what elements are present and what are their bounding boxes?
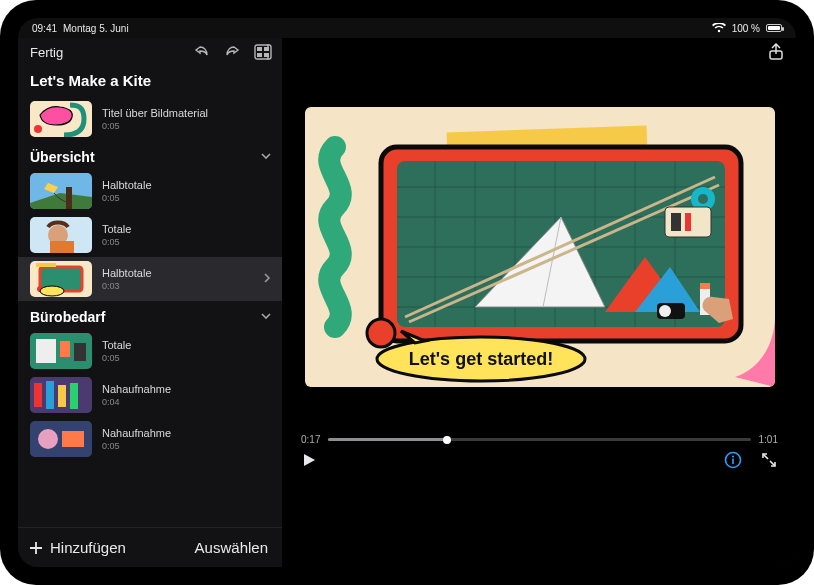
clip-item[interactable]: Totale 0:05 xyxy=(18,213,282,257)
clip-thumb xyxy=(30,101,92,137)
battery-icon xyxy=(766,24,782,32)
clip-label: Totale xyxy=(102,223,131,236)
section-header-buerobedarf[interactable]: Bürobedarf xyxy=(18,301,282,329)
svg-rect-13 xyxy=(50,241,74,253)
svg-rect-30 xyxy=(62,431,84,447)
chevron-down-icon xyxy=(260,309,272,325)
clip-thumb xyxy=(30,421,92,457)
wifi-icon xyxy=(712,23,726,33)
time-current: 0:17 xyxy=(301,434,320,445)
clip-label: Nahaufnahme xyxy=(102,427,171,440)
chevron-down-icon xyxy=(260,149,272,165)
clip-item[interactable]: Nahaufnahme 0:04 xyxy=(18,373,282,417)
svg-rect-16 xyxy=(36,263,56,267)
clip-thumb xyxy=(30,333,92,369)
clip-duration: 0:05 xyxy=(102,441,171,451)
svg-rect-4 xyxy=(264,53,269,57)
project-title: Let's Make a Kite xyxy=(18,66,282,97)
clip-thumb xyxy=(30,261,92,297)
chevron-right-icon xyxy=(262,270,272,288)
svg-rect-3 xyxy=(257,53,262,57)
select-button[interactable]: Auswählen xyxy=(195,539,268,556)
clip-item[interactable]: Totale 0:05 xyxy=(18,329,282,373)
svg-point-6 xyxy=(34,125,42,133)
time-total: 1:01 xyxy=(759,434,778,445)
svg-marker-67 xyxy=(304,454,315,466)
info-icon[interactable] xyxy=(724,451,742,469)
clip-label: Halbtotale xyxy=(102,267,152,280)
clip-label: Halbtotale xyxy=(102,179,152,192)
svg-rect-27 xyxy=(70,383,78,409)
svg-rect-25 xyxy=(46,381,54,409)
svg-point-29 xyxy=(38,429,58,449)
clip-item[interactable]: Nahaufnahme 0:05 xyxy=(18,417,282,461)
redo-icon[interactable] xyxy=(224,44,240,61)
preview-pane: Let's get started! 0:17 xyxy=(283,38,796,567)
clip-duration: 0:05 xyxy=(102,121,208,131)
svg-rect-58 xyxy=(685,213,691,231)
add-button[interactable]: Hinzufügen xyxy=(28,539,126,556)
svg-rect-24 xyxy=(34,383,42,407)
clip-duration: 0:05 xyxy=(102,237,131,247)
svg-rect-22 xyxy=(74,343,86,361)
clip-duration: 0:03 xyxy=(102,281,152,291)
svg-rect-20 xyxy=(36,339,56,363)
clip-duration: 0:05 xyxy=(102,353,131,363)
svg-rect-10 xyxy=(66,187,72,209)
svg-point-18 xyxy=(40,286,64,296)
player-controls: 0:17 1:01 xyxy=(283,428,796,477)
clip-item-selected[interactable]: Halbtotale 0:03 xyxy=(18,257,282,301)
clip-label: Nahaufnahme xyxy=(102,383,171,396)
storyboard-icon[interactable] xyxy=(254,44,272,60)
section-header-uebersicht[interactable]: Übersicht xyxy=(18,141,282,169)
clip-duration: 0:04 xyxy=(102,397,171,407)
done-button[interactable]: Fertig xyxy=(30,45,63,60)
svg-text:Let's get started!: Let's get started! xyxy=(408,349,552,369)
plus-icon xyxy=(28,540,44,556)
share-icon[interactable] xyxy=(768,43,784,61)
clip-item-title[interactable]: Titel über Bildmaterial 0:05 xyxy=(18,97,282,141)
clip-label: Totale xyxy=(102,339,131,352)
svg-point-62 xyxy=(659,305,671,317)
play-icon[interactable] xyxy=(301,452,317,468)
svg-point-55 xyxy=(698,194,708,204)
undo-icon[interactable] xyxy=(194,44,210,61)
svg-rect-57 xyxy=(671,213,681,231)
clip-item[interactable]: Halbtotale 0:05 xyxy=(18,169,282,213)
svg-rect-1 xyxy=(257,47,262,51)
clip-duration: 0:05 xyxy=(102,193,152,203)
fullscreen-icon[interactable] xyxy=(760,451,778,469)
svg-rect-2 xyxy=(264,47,269,51)
svg-rect-60 xyxy=(700,283,710,289)
svg-rect-70 xyxy=(732,459,734,465)
clip-thumb xyxy=(30,377,92,413)
status-bar: 09:41 Montag 5. Juni 100 % xyxy=(18,18,796,38)
svg-rect-26 xyxy=(58,385,66,407)
preview-canvas[interactable]: Let's get started! xyxy=(305,107,775,387)
clip-thumb xyxy=(30,217,92,253)
clip-thumb xyxy=(30,173,92,209)
status-date: Montag 5. Juni xyxy=(63,23,129,34)
clip-label: Titel über Bildmaterial xyxy=(102,107,208,120)
svg-point-69 xyxy=(732,455,734,457)
sidebar: Fertig Let's Make a Kite xyxy=(18,38,283,567)
svg-rect-21 xyxy=(60,341,70,357)
svg-point-63 xyxy=(367,319,395,347)
scrub-track[interactable] xyxy=(328,438,750,441)
battery-label: 100 % xyxy=(732,23,760,34)
status-time: 09:41 xyxy=(32,23,57,34)
